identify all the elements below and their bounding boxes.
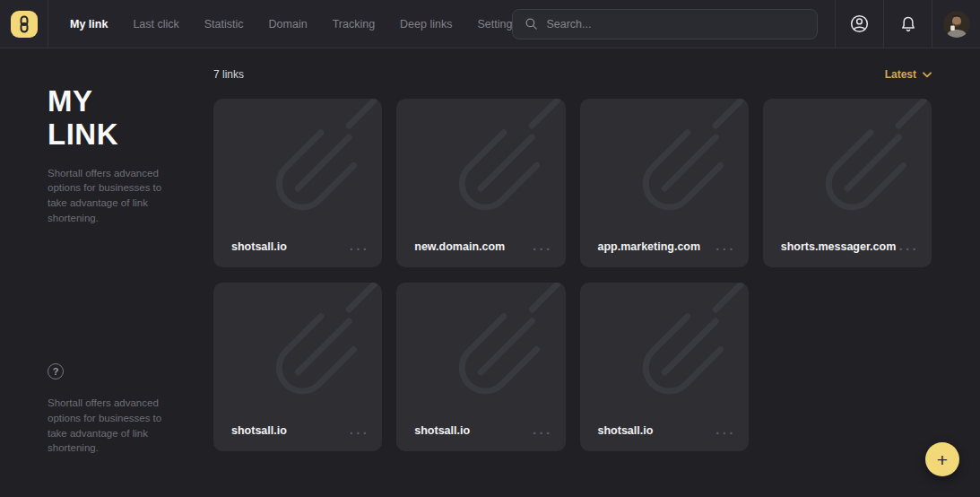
nav-item-statistic[interactable]: Statistic — [204, 18, 244, 31]
nav-item-tracking[interactable]: Tracking — [333, 18, 375, 31]
profile-cell[interactable] — [932, 0, 980, 48]
link-card[interactable]: shotsall.io ··· — [580, 283, 749, 451]
account-button[interactable] — [835, 0, 883, 48]
search-input[interactable] — [546, 18, 806, 31]
link-cards-grid: shotsall.io ··· new.domain.com ··· — [213, 99, 932, 451]
link-domain: app.marketing.com — [598, 240, 701, 253]
link-card[interactable]: app.marketing.com ··· — [580, 99, 749, 267]
bell-icon — [898, 14, 918, 34]
sidebar-top: MY LINK Shortall offers advanced options… — [48, 84, 172, 225]
app-logo[interactable] — [11, 11, 38, 38]
add-link-button[interactable]: + — [925, 442, 959, 476]
link-domain: shotsall.io — [414, 424, 470, 437]
link-domain: shotsall.io — [598, 424, 654, 437]
card-menu-button[interactable]: ··· — [899, 241, 920, 257]
link-card[interactable]: shotsall.io ··· — [396, 283, 565, 451]
card-menu-button[interactable]: ··· — [715, 425, 736, 440]
link-domain: new.domain.com — [414, 240, 505, 253]
link-card[interactable]: shotsall.io ··· — [213, 99, 382, 267]
card-menu-button[interactable]: ··· — [350, 241, 370, 257]
help-icon[interactable]: ? — [48, 363, 64, 379]
link-domain: shotsall.io — [231, 424, 287, 437]
nav-item-domain[interactable]: Domain — [269, 18, 308, 31]
nav-item-last-click[interactable]: Last click — [133, 18, 178, 31]
help-glyph: ? — [53, 366, 59, 377]
sidebar: MY LINK Shortall offers advanced options… — [0, 48, 213, 497]
logo-cell — [0, 0, 48, 48]
search-bar[interactable] — [512, 9, 818, 39]
avatar-photo — [943, 11, 970, 38]
card-menu-button[interactable]: ··· — [533, 425, 553, 440]
top-navbar: My link Last click Statistic Domain Trac… — [0, 0, 980, 48]
notifications-button[interactable] — [883, 0, 932, 48]
sidebar-description: Shortall offers advanced options for bus… — [48, 166, 172, 226]
sort-label: Latest — [885, 68, 916, 81]
list-header: 7 links Latest — [213, 68, 932, 81]
nav-item-my-link[interactable]: My link — [70, 18, 108, 31]
sort-dropdown[interactable]: Latest — [885, 68, 932, 81]
card-menu-button[interactable]: ··· — [533, 241, 553, 257]
sidebar-bottom: ? Shortall offers advanced options for b… — [48, 363, 172, 456]
nav-item-setting[interactable]: Setting — [477, 18, 512, 31]
link-domain: shotsall.io — [231, 240, 287, 253]
chain-link-icon — [13, 13, 35, 35]
search-icon — [524, 16, 539, 31]
chevron-down-icon — [923, 72, 932, 78]
account-icon — [849, 13, 870, 34]
link-card[interactable]: new.domain.com ··· — [396, 99, 565, 267]
plus-icon: + — [937, 450, 948, 469]
link-card[interactable]: shorts.messager.com ··· — [763, 99, 932, 267]
links-section: 7 links Latest shotsall.io ··· — [213, 48, 932, 451]
avatar[interactable] — [943, 11, 970, 38]
page-title: MY LINK — [48, 84, 172, 152]
main-nav: My link Last click Statistic Domain Trac… — [48, 18, 512, 31]
links-count: 7 links — [213, 68, 244, 81]
sidebar-help-description: Shortall offers advanced options for bus… — [48, 396, 172, 456]
card-menu-button[interactable]: ··· — [350, 425, 370, 440]
link-card[interactable]: shotsall.io ··· — [213, 283, 382, 451]
link-domain: shorts.messager.com — [781, 240, 897, 253]
card-menu-button[interactable]: ··· — [715, 241, 736, 257]
nav-item-deep-links[interactable]: Deep links — [400, 18, 452, 31]
